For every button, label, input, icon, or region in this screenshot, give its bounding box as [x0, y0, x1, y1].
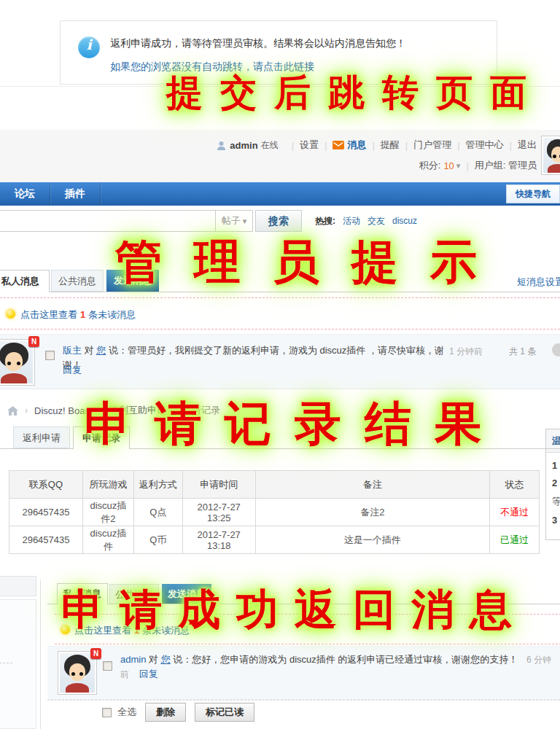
to-word: 对: [149, 654, 158, 665]
records-table: 联系QQ 所玩游戏 返利方式 申请时间 备注 状态 296457435 disc…: [9, 470, 540, 554]
unread-count: 1: [80, 309, 85, 320]
hot-link-discuz[interactable]: discuz: [392, 216, 417, 226]
tips-panel-title: 温馨提示: [546, 429, 560, 453]
search-input[interactable]: [0, 210, 216, 232]
new-badge: N: [28, 336, 39, 347]
redirect-section: i 返利申请成功，请等待管理员审核。结果将会以站内消息告知您！ 如果您的浏览器没…: [0, 0, 560, 130]
chevron-down-icon[interactable]: ▾: [456, 161, 461, 171]
mark-read-button[interactable]: 标记已读: [195, 703, 254, 722]
unread-notice: 点击这里查看1条未读消息: [0, 297, 560, 330]
hot-link-activity[interactable]: 活动: [343, 216, 360, 226]
recipient-link[interactable]: 您: [161, 654, 171, 665]
sender-link[interactable]: 版主: [63, 345, 82, 356]
screenshot-root: i 返利申请成功，请等待管理员审核。结果将会以站内消息告知您！ 如果您的浏览器没…: [0, 0, 560, 729]
tab-rebate-apply[interactable]: 返利申请: [13, 426, 70, 448]
col-apply-time: 申请时间: [182, 471, 255, 499]
search-type-value: 帖子: [222, 215, 241, 226]
search-type-select[interactable]: 帖子▾: [215, 210, 253, 232]
quick-nav-button[interactable]: 快捷导航: [506, 184, 560, 203]
recipient-link[interactable]: 您: [96, 345, 106, 356]
pm-bottom-section: 私人消息 公共消息 发送消息 点击这里查看1条未读消息 N admin 对 您 …: [0, 576, 560, 729]
bulb-icon: [61, 625, 70, 634]
tab-public-messages[interactable]: 公共消息: [51, 270, 104, 292]
messages-link[interactable]: 消息: [332, 139, 366, 152]
unread-notice-link[interactable]: 点击这里查看1条未读消息: [74, 624, 190, 637]
tip-line: 1: [552, 460, 560, 471]
message-row: N admin 对 您 说：您好，您申请的游戏为 discuz插件 的返利申请已…: [47, 646, 560, 700]
divider: |: [372, 140, 374, 151]
cell-time: 2012-7-27 13:18: [182, 526, 255, 554]
admin-center-link[interactable]: 管理中心: [466, 139, 504, 152]
section-divider: [0, 86, 560, 87]
tab-private-messages[interactable]: 私人消息: [57, 583, 108, 604]
nav-circle-button[interactable]: [552, 343, 560, 356]
message-checkbox[interactable]: [103, 661, 112, 671]
breadcrumb: › Discuz! Board › 返利互助申请 › 申请记录: [7, 404, 220, 417]
portal-admin-link[interactable]: 门户管理: [413, 139, 451, 152]
hot-search: 热搜:活动交友discuz: [315, 215, 417, 227]
credits-value[interactable]: 10: [443, 160, 454, 171]
tab-apply-records[interactable]: 申请记录: [73, 426, 130, 449]
username-link[interactable]: admin: [230, 140, 257, 151]
select-all-checkbox[interactable]: [102, 708, 112, 717]
notice-prefix: 点击这里查看: [74, 625, 131, 636]
avatar-image: [543, 138, 560, 173]
breadcrumb-plugin[interactable]: 返利互助申请: [109, 404, 166, 417]
search-button[interactable]: 搜索: [255, 210, 302, 232]
tab-bottom-border: [47, 604, 560, 604]
hot-link-friends[interactable]: 交友: [368, 216, 385, 226]
info-icon: i: [78, 36, 100, 58]
say-word: 说：: [109, 345, 128, 356]
sender-link[interactable]: admin: [120, 654, 146, 665]
nav-item-plugin[interactable]: 插件: [50, 182, 101, 205]
pm-settings-link[interactable]: 短消息设置: [517, 276, 560, 289]
userbar-avatar[interactable]: [541, 136, 560, 175]
reminder-link[interactable]: 提醒: [381, 139, 400, 152]
divider: |: [466, 160, 468, 171]
credits-label: 积分:: [419, 159, 441, 172]
hot-search-label: 热搜:: [315, 216, 335, 226]
unread-count: 1: [134, 625, 139, 636]
unread-notice: 点击这里查看1条未读消息: [55, 614, 560, 644]
home-icon[interactable]: [7, 406, 18, 416]
col-contact-qq: 联系QQ: [9, 471, 83, 499]
breadcrumb-board[interactable]: Discuz! Board: [34, 405, 93, 416]
unread-notice-link[interactable]: 点击这里查看1条未读消息: [20, 308, 136, 321]
tab-public-messages[interactable]: 公共消息: [109, 584, 159, 604]
send-message-button[interactable]: 发送消息: [106, 270, 159, 292]
sidebar-fragment: [0, 576, 36, 596]
message-count: 共 1 条: [509, 346, 536, 358]
tip-line: 3: [552, 515, 560, 526]
divider: [40, 580, 41, 729]
cell-game: discuz插件2: [82, 499, 133, 526]
message-checkbox[interactable]: [45, 351, 55, 360]
sender-avatar[interactable]: N: [0, 339, 35, 386]
userbar-row-top: admin 在线 | 设置 | 消息 | 提醒 | 门户管理 | 管理中心 | …: [217, 139, 537, 152]
bulb-icon: [6, 309, 15, 319]
divider: |: [405, 140, 408, 151]
redirect-link[interactable]: 如果您的浏览器没有自动跳转，请点击此链接: [110, 61, 314, 74]
reply-link[interactable]: 回复: [63, 364, 82, 377]
settings-link[interactable]: 设置: [300, 139, 319, 152]
table-row: 296457435 discuz插件 Q币 2012-7-27 13:18 这是…: [9, 526, 540, 554]
send-message-button[interactable]: 发送消息: [162, 584, 211, 604]
table-header-row: 联系QQ 所玩游戏 返利方式 申请时间 备注 状态: [9, 471, 540, 499]
records-section: › Discuz! Board › 返利互助申请 › 申请记录 返利申请 申请记…: [0, 397, 560, 576]
nav-item-forum[interactable]: 论坛: [0, 182, 50, 205]
reply-link[interactable]: 回复: [139, 668, 158, 679]
tip-line: 2: [552, 477, 560, 488]
delete-button[interactable]: 删除: [145, 703, 186, 722]
tab-bottom-border: [0, 292, 560, 292]
chevron-down-icon: ▾: [243, 217, 247, 225]
table-row: 296457435 discuz插件2 Q点 2012-7-27 13:25 备…: [9, 499, 540, 526]
tab-private-messages[interactable]: 私人消息: [0, 270, 50, 292]
avatar-image: [60, 653, 95, 693]
messages-label: 消息: [347, 139, 366, 152]
logout-link[interactable]: 退出: [518, 139, 537, 152]
sender-avatar[interactable]: N: [58, 651, 97, 695]
message-content: 您好，您申请的游戏为 discuz插件 的返利申请已经通过审核，谢谢您的支持！: [192, 654, 518, 665]
notice-prefix: 点击这里查看: [20, 309, 77, 320]
say-word: 说：: [173, 654, 192, 665]
redirect-message: 返利申请成功，请等待管理员审核。结果将会以站内消息告知您！: [110, 37, 406, 50]
userbar-section: admin 在线 | 设置 | 消息 | 提醒 | 门户管理 | 管理中心 | …: [0, 130, 560, 182]
